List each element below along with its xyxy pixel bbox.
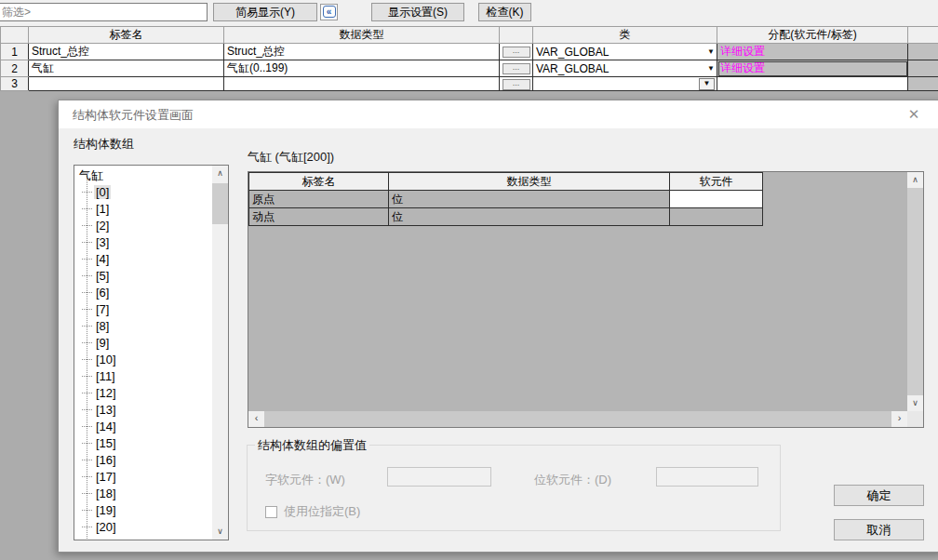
scroll-left-icon[interactable]: ‹: [248, 411, 264, 427]
tree-item-9[interactable]: [9]: [82, 335, 111, 350]
scrollbar-thumb[interactable]: [264, 411, 891, 427]
class-cell[interactable]: ▼: [533, 77, 717, 91]
scroll-up-icon[interactable]: ∧: [907, 172, 923, 188]
panel-horizontal-scrollbar[interactable]: ‹ ›: [248, 411, 907, 427]
tree-item-label[interactable]: [10]: [94, 353, 118, 367]
class-cell[interactable]: VAR_GLOBAL▼: [533, 44, 717, 60]
scroll-right-icon[interactable]: ›: [891, 411, 907, 427]
tree-item-19[interactable]: [19]: [82, 502, 118, 517]
tree-item-label[interactable]: [9]: [94, 336, 111, 350]
data-type-cell[interactable]: Struct_总控: [224, 44, 500, 60]
dropdown-arrow-icon[interactable]: ▼: [707, 65, 715, 73]
label-name-cell[interactable]: Struct_总控: [29, 44, 224, 60]
bit-device-input[interactable]: [656, 467, 758, 487]
scroll-down-icon[interactable]: ∨: [212, 524, 228, 540]
tree-item-4[interactable]: [4]: [82, 251, 111, 266]
scrollbar-thumb[interactable]: [212, 183, 228, 224]
detail-setting-link[interactable]: 详细设置: [720, 45, 765, 58]
scroll-up-icon[interactable]: ∧: [212, 166, 228, 181]
label-name-cell[interactable]: [29, 77, 224, 91]
panel-vertical-scrollbar[interactable]: ∧ ∨: [907, 172, 923, 411]
assign-cell[interactable]: [717, 77, 908, 91]
word-device-input[interactable]: [387, 467, 491, 487]
tree-item-label[interactable]: [4]: [94, 252, 111, 266]
collapse-button[interactable]: «: [320, 4, 338, 20]
data-type-cell[interactable]: 气缸(0..199): [224, 60, 500, 77]
tree-item-3[interactable]: [3]: [82, 234, 111, 249]
class-cell[interactable]: VAR_GLOBAL▼: [533, 60, 717, 77]
cancel-button[interactable]: 取消: [834, 519, 924, 540]
tree-item-20[interactable]: [20]: [82, 519, 118, 534]
tree-item-label[interactable]: [19]: [94, 503, 118, 517]
scroll-down-icon[interactable]: ∨: [907, 395, 923, 411]
tree-root-item[interactable]: 气缸: [79, 167, 103, 184]
label-name-cell[interactable]: 气缸: [29, 60, 224, 77]
close-icon[interactable]: ✕: [899, 103, 929, 126]
tree-item-21[interactable]: [21]: [82, 536, 118, 540]
tree-item-label[interactable]: [14]: [94, 420, 118, 433]
tree-item-label[interactable]: [17]: [94, 470, 118, 484]
tree-item-label[interactable]: [0]: [94, 185, 111, 199]
scrollbar-thumb[interactable]: [907, 188, 923, 395]
browse-button[interactable]: ...: [502, 63, 530, 74]
assign-cell-focused[interactable]: 详细设置: [717, 60, 908, 77]
tree-item-8[interactable]: [8]: [82, 318, 111, 333]
tree-item-label[interactable]: [20]: [94, 520, 118, 534]
dialog-titlebar[interactable]: 结构体软元件设置画面 ✕: [59, 100, 938, 128]
tree-item-13[interactable]: [13]: [82, 402, 118, 417]
gx-works-window: { "editor": { "filter_value": "筛选>", "bu…: [0, 0, 938, 560]
assign-cell[interactable]: 详细设置: [717, 44, 908, 60]
browse-button[interactable]: ...: [502, 47, 530, 58]
tree-item-label[interactable]: [15]: [94, 436, 118, 450]
tree-item-label[interactable]: [12]: [94, 386, 118, 400]
tree-item-label[interactable]: [16]: [94, 453, 118, 467]
browse-button[interactable]: ...: [502, 79, 530, 90]
ok-button[interactable]: 确定: [834, 485, 924, 506]
tree-vertical-scrollbar[interactable]: ∧ ∨: [212, 166, 228, 540]
class-header: 类: [533, 27, 717, 44]
display-setting-button[interactable]: 显示设置(S): [371, 3, 464, 21]
tree-item-label[interactable]: [3]: [94, 235, 111, 249]
tree-item-6[interactable]: [6]: [82, 285, 111, 300]
tree-content: 气缸 [0][1][2][3][4][5][6][7][8][9][10][11…: [74, 166, 212, 540]
tree-item-10[interactable]: [10]: [82, 352, 118, 367]
tree-item-label[interactable]: [6]: [94, 286, 111, 300]
tree-item-12[interactable]: [12]: [82, 385, 118, 400]
bit-device-label: 位软元件：(D): [534, 472, 611, 488]
dropdown-arrow-icon[interactable]: ▼: [707, 48, 715, 56]
member-device-header: 软元件: [670, 173, 763, 191]
filter-input[interactable]: [0, 3, 208, 21]
tree-item-label[interactable]: [5]: [94, 269, 111, 283]
data-type-header: 数据类型: [224, 27, 500, 44]
member-device-cell[interactable]: [670, 191, 763, 208]
tree-item-2[interactable]: [2]: [82, 218, 111, 233]
data-type-cell[interactable]: [224, 77, 500, 91]
tree-item-label[interactable]: [8]: [94, 319, 111, 333]
structure-array-label: 结构体数组: [74, 136, 134, 153]
tree-item-16[interactable]: [16]: [82, 452, 118, 467]
tree-item-label[interactable]: [21]: [94, 537, 118, 540]
tree-item-15[interactable]: [15]: [82, 435, 118, 450]
tree-item-label[interactable]: [2]: [94, 219, 111, 233]
tree-item-label[interactable]: [11]: [94, 369, 117, 383]
dropdown-button[interactable]: ▼: [699, 78, 715, 90]
tree-item-5[interactable]: [5]: [82, 268, 111, 283]
row-number: 2: [1, 60, 29, 77]
tree-item-label[interactable]: [18]: [94, 487, 118, 500]
member-device-cell[interactable]: [670, 208, 763, 226]
check-button[interactable]: 检查(K): [478, 3, 531, 21]
tree-item-label[interactable]: [13]: [94, 403, 118, 417]
tree-item-7[interactable]: [7]: [82, 301, 111, 316]
structure-array-tree[interactable]: 气缸 [0][1][2][3][4][5][6][7][8][9][10][11…: [74, 165, 229, 540]
tree-item-17[interactable]: [17]: [82, 469, 118, 484]
simple-display-button[interactable]: 简易显示(Y): [213, 3, 317, 21]
tree-item-0[interactable]: [0]: [82, 184, 111, 199]
tree-item-14[interactable]: [14]: [82, 419, 118, 433]
use-bit-specification-checkbox[interactable]: [265, 506, 277, 518]
tree-item-11[interactable]: [11]: [82, 368, 117, 383]
tree-item-label[interactable]: [7]: [94, 302, 111, 316]
tree-item-label[interactable]: [1]: [94, 202, 111, 216]
detail-setting-link[interactable]: 详细设置: [720, 61, 765, 74]
tree-item-1[interactable]: [1]: [82, 201, 111, 216]
tree-item-18[interactable]: [18]: [82, 486, 118, 500]
